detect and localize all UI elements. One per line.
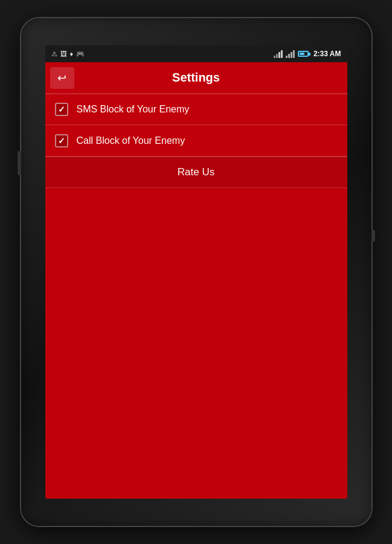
- settings-content: ✓ SMS Block of Your Enemy ✓ Call Block o…: [45, 94, 347, 499]
- tablet-device: ⚠ 🖼 ♦ 🎮: [21, 18, 371, 526]
- sms-block-checkmark: ✓: [58, 105, 65, 114]
- rate-us-label: Rate Us: [178, 166, 214, 178]
- signal-bars-2: [286, 50, 295, 58]
- call-block-label: Call Block of Your Enemy: [77, 135, 185, 146]
- status-bar: ⚠ 🖼 ♦ 🎮: [45, 45, 347, 62]
- sms-block-checkbox[interactable]: ✓: [55, 103, 68, 116]
- battery-icon: [298, 51, 310, 57]
- status-time: 2:33 AM: [313, 50, 341, 58]
- call-block-item[interactable]: ✓ Call Block of Your Enemy: [45, 125, 347, 157]
- screen: ⚠ 🖼 ♦ 🎮: [45, 45, 347, 499]
- back-button[interactable]: ↩: [50, 67, 74, 89]
- signal-bars-1: [274, 50, 283, 58]
- sms-block-label: SMS Block of Your Enemy: [77, 104, 190, 115]
- status-icons-right: 2:33 AM: [274, 50, 341, 58]
- rate-us-item[interactable]: Rate Us: [45, 157, 347, 188]
- app-bar: ↩ Settings: [45, 62, 347, 94]
- sms-block-item[interactable]: ✓ SMS Block of Your Enemy: [45, 94, 347, 125]
- game-icon: 🎮: [76, 50, 85, 58]
- page-title: Settings: [74, 71, 342, 85]
- usb-icon: ♦: [70, 50, 74, 57]
- image-icon: 🖼: [60, 50, 67, 57]
- back-arrow-icon: ↩: [57, 71, 66, 85]
- call-block-checkbox[interactable]: ✓: [55, 134, 68, 147]
- call-block-checkmark: ✓: [58, 137, 65, 145]
- status-icons-left: ⚠ 🖼 ♦ 🎮: [51, 50, 85, 58]
- warning-icon: ⚠: [51, 50, 57, 58]
